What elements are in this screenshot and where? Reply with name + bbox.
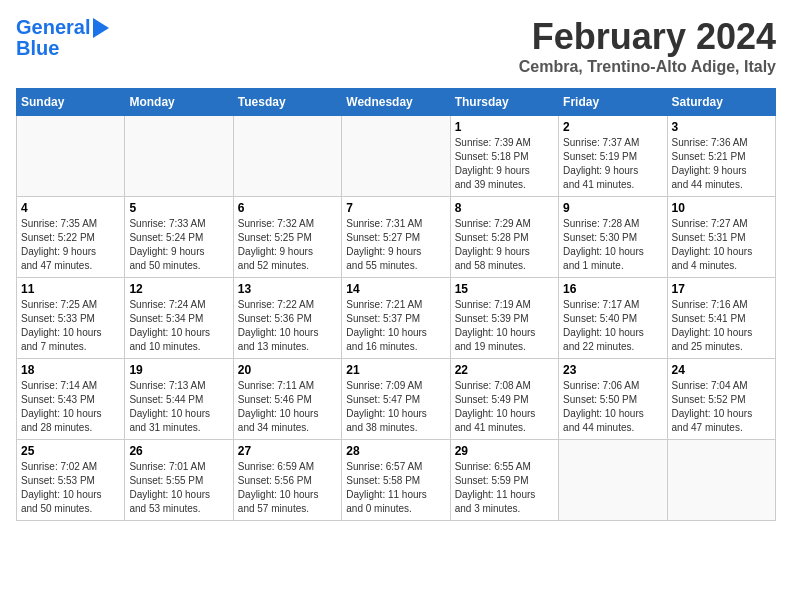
day-info: Sunrise: 7:01 AMSunset: 5:55 PMDaylight:… xyxy=(129,460,228,516)
day-number: 17 xyxy=(672,282,771,296)
day-info: Sunrise: 7:36 AMSunset: 5:21 PMDaylight:… xyxy=(672,136,771,192)
calendar-cell: 25Sunrise: 7:02 AMSunset: 5:53 PMDayligh… xyxy=(17,440,125,521)
calendar-cell: 5Sunrise: 7:33 AMSunset: 5:24 PMDaylight… xyxy=(125,197,233,278)
page-title: February 2024 xyxy=(519,16,776,58)
logo-blue: Blue xyxy=(16,38,59,58)
day-number: 19 xyxy=(129,363,228,377)
day-number: 29 xyxy=(455,444,554,458)
calendar-cell: 14Sunrise: 7:21 AMSunset: 5:37 PMDayligh… xyxy=(342,278,450,359)
day-number: 13 xyxy=(238,282,337,296)
day-info: Sunrise: 6:59 AMSunset: 5:56 PMDaylight:… xyxy=(238,460,337,516)
day-info: Sunrise: 7:11 AMSunset: 5:46 PMDaylight:… xyxy=(238,379,337,435)
day-number: 24 xyxy=(672,363,771,377)
day-number: 21 xyxy=(346,363,445,377)
logo: General Blue xyxy=(16,16,109,58)
day-info: Sunrise: 6:57 AMSunset: 5:58 PMDaylight:… xyxy=(346,460,445,516)
page-header: General Blue February 2024 Cembra, Trent… xyxy=(16,16,776,76)
calendar-cell: 1Sunrise: 7:39 AMSunset: 5:18 PMDaylight… xyxy=(450,116,558,197)
day-info: Sunrise: 6:55 AMSunset: 5:59 PMDaylight:… xyxy=(455,460,554,516)
day-info: Sunrise: 7:17 AMSunset: 5:40 PMDaylight:… xyxy=(563,298,662,354)
calendar-week-row: 25Sunrise: 7:02 AMSunset: 5:53 PMDayligh… xyxy=(17,440,776,521)
calendar-cell: 18Sunrise: 7:14 AMSunset: 5:43 PMDayligh… xyxy=(17,359,125,440)
calendar-cell: 13Sunrise: 7:22 AMSunset: 5:36 PMDayligh… xyxy=(233,278,341,359)
calendar-cell: 17Sunrise: 7:16 AMSunset: 5:41 PMDayligh… xyxy=(667,278,775,359)
calendar-cell: 6Sunrise: 7:32 AMSunset: 5:25 PMDaylight… xyxy=(233,197,341,278)
calendar-cell: 9Sunrise: 7:28 AMSunset: 5:30 PMDaylight… xyxy=(559,197,667,278)
day-info: Sunrise: 7:16 AMSunset: 5:41 PMDaylight:… xyxy=(672,298,771,354)
day-info: Sunrise: 7:24 AMSunset: 5:34 PMDaylight:… xyxy=(129,298,228,354)
calendar-cell xyxy=(342,116,450,197)
calendar-cell: 4Sunrise: 7:35 AMSunset: 5:22 PMDaylight… xyxy=(17,197,125,278)
day-number: 8 xyxy=(455,201,554,215)
calendar-cell: 3Sunrise: 7:36 AMSunset: 5:21 PMDaylight… xyxy=(667,116,775,197)
day-number: 26 xyxy=(129,444,228,458)
calendar-cell: 28Sunrise: 6:57 AMSunset: 5:58 PMDayligh… xyxy=(342,440,450,521)
calendar-cell: 12Sunrise: 7:24 AMSunset: 5:34 PMDayligh… xyxy=(125,278,233,359)
page-subtitle: Cembra, Trentino-Alto Adige, Italy xyxy=(519,58,776,76)
day-number: 6 xyxy=(238,201,337,215)
day-number: 16 xyxy=(563,282,662,296)
day-number: 4 xyxy=(21,201,120,215)
calendar-cell: 23Sunrise: 7:06 AMSunset: 5:50 PMDayligh… xyxy=(559,359,667,440)
day-info: Sunrise: 7:35 AMSunset: 5:22 PMDaylight:… xyxy=(21,217,120,273)
calendar-week-row: 4Sunrise: 7:35 AMSunset: 5:22 PMDaylight… xyxy=(17,197,776,278)
title-area: February 2024 Cembra, Trentino-Alto Adig… xyxy=(519,16,776,76)
day-info: Sunrise: 7:37 AMSunset: 5:19 PMDaylight:… xyxy=(563,136,662,192)
day-info: Sunrise: 7:32 AMSunset: 5:25 PMDaylight:… xyxy=(238,217,337,273)
calendar-cell: 29Sunrise: 6:55 AMSunset: 5:59 PMDayligh… xyxy=(450,440,558,521)
calendar-cell: 19Sunrise: 7:13 AMSunset: 5:44 PMDayligh… xyxy=(125,359,233,440)
logo-arrow-icon xyxy=(93,18,109,38)
day-info: Sunrise: 7:29 AMSunset: 5:28 PMDaylight:… xyxy=(455,217,554,273)
header-sunday: Sunday xyxy=(17,89,125,116)
day-info: Sunrise: 7:27 AMSunset: 5:31 PMDaylight:… xyxy=(672,217,771,273)
calendar-cell: 22Sunrise: 7:08 AMSunset: 5:49 PMDayligh… xyxy=(450,359,558,440)
header-wednesday: Wednesday xyxy=(342,89,450,116)
calendar-cell: 20Sunrise: 7:11 AMSunset: 5:46 PMDayligh… xyxy=(233,359,341,440)
day-number: 28 xyxy=(346,444,445,458)
day-number: 25 xyxy=(21,444,120,458)
day-number: 1 xyxy=(455,120,554,134)
logo-general: General xyxy=(16,16,90,38)
day-number: 10 xyxy=(672,201,771,215)
calendar-cell: 7Sunrise: 7:31 AMSunset: 5:27 PMDaylight… xyxy=(342,197,450,278)
calendar-cell xyxy=(125,116,233,197)
day-info: Sunrise: 7:39 AMSunset: 5:18 PMDaylight:… xyxy=(455,136,554,192)
day-info: Sunrise: 7:14 AMSunset: 5:43 PMDaylight:… xyxy=(21,379,120,435)
day-info: Sunrise: 7:09 AMSunset: 5:47 PMDaylight:… xyxy=(346,379,445,435)
day-number: 18 xyxy=(21,363,120,377)
day-number: 3 xyxy=(672,120,771,134)
day-info: Sunrise: 7:33 AMSunset: 5:24 PMDaylight:… xyxy=(129,217,228,273)
day-info: Sunrise: 7:19 AMSunset: 5:39 PMDaylight:… xyxy=(455,298,554,354)
calendar-cell: 21Sunrise: 7:09 AMSunset: 5:47 PMDayligh… xyxy=(342,359,450,440)
header-saturday: Saturday xyxy=(667,89,775,116)
day-number: 9 xyxy=(563,201,662,215)
calendar-cell: 15Sunrise: 7:19 AMSunset: 5:39 PMDayligh… xyxy=(450,278,558,359)
day-info: Sunrise: 7:08 AMSunset: 5:49 PMDaylight:… xyxy=(455,379,554,435)
day-info: Sunrise: 7:21 AMSunset: 5:37 PMDaylight:… xyxy=(346,298,445,354)
day-number: 22 xyxy=(455,363,554,377)
calendar-cell xyxy=(233,116,341,197)
day-info: Sunrise: 7:04 AMSunset: 5:52 PMDaylight:… xyxy=(672,379,771,435)
header-monday: Monday xyxy=(125,89,233,116)
calendar-cell: 10Sunrise: 7:27 AMSunset: 5:31 PMDayligh… xyxy=(667,197,775,278)
header-thursday: Thursday xyxy=(450,89,558,116)
calendar-header-row: SundayMondayTuesdayWednesdayThursdayFrid… xyxy=(17,89,776,116)
calendar-cell: 26Sunrise: 7:01 AMSunset: 5:55 PMDayligh… xyxy=(125,440,233,521)
day-info: Sunrise: 7:02 AMSunset: 5:53 PMDaylight:… xyxy=(21,460,120,516)
day-info: Sunrise: 7:25 AMSunset: 5:33 PMDaylight:… xyxy=(21,298,120,354)
calendar-cell: 8Sunrise: 7:29 AMSunset: 5:28 PMDaylight… xyxy=(450,197,558,278)
calendar-cell: 16Sunrise: 7:17 AMSunset: 5:40 PMDayligh… xyxy=(559,278,667,359)
day-number: 14 xyxy=(346,282,445,296)
calendar-cell: 2Sunrise: 7:37 AMSunset: 5:19 PMDaylight… xyxy=(559,116,667,197)
header-tuesday: Tuesday xyxy=(233,89,341,116)
day-info: Sunrise: 7:22 AMSunset: 5:36 PMDaylight:… xyxy=(238,298,337,354)
calendar-cell xyxy=(559,440,667,521)
calendar-cell xyxy=(667,440,775,521)
calendar-cell: 24Sunrise: 7:04 AMSunset: 5:52 PMDayligh… xyxy=(667,359,775,440)
calendar-week-row: 1Sunrise: 7:39 AMSunset: 5:18 PMDaylight… xyxy=(17,116,776,197)
day-number: 11 xyxy=(21,282,120,296)
day-number: 27 xyxy=(238,444,337,458)
day-info: Sunrise: 7:06 AMSunset: 5:50 PMDaylight:… xyxy=(563,379,662,435)
calendar-cell xyxy=(17,116,125,197)
day-number: 12 xyxy=(129,282,228,296)
